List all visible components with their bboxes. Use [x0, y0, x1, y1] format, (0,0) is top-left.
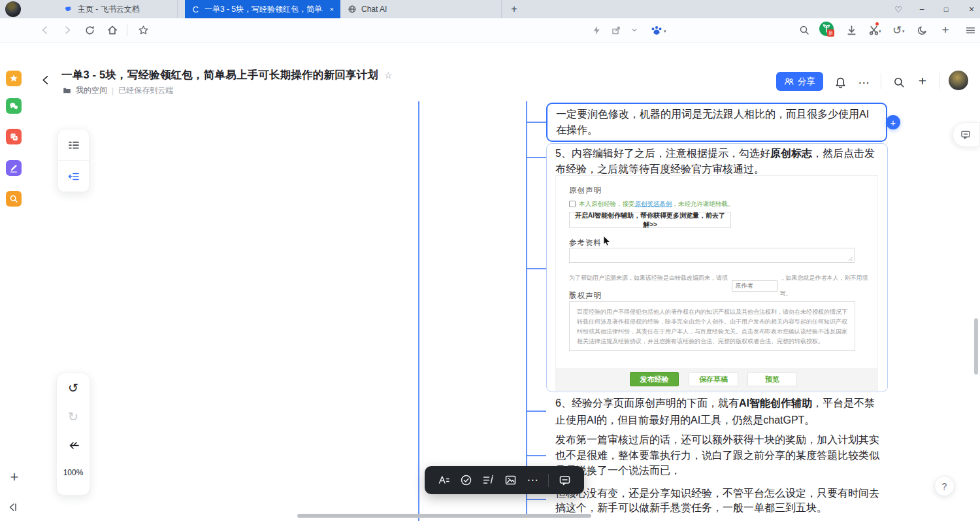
check-circle-icon: [460, 474, 472, 486]
share-button[interactable]: 分享: [776, 72, 823, 91]
doc-back-button[interactable]: [38, 72, 54, 88]
dock-notes-button[interactable]: [6, 160, 22, 176]
original-author-input[interactable]: [732, 280, 777, 292]
reference-textarea[interactable]: [569, 248, 855, 263]
toolbar-divider: [127, 24, 127, 36]
original-checkbox[interactable]: [569, 201, 576, 207]
task-check-button[interactable]: [455, 469, 477, 492]
block-tick: [527, 268, 546, 269]
translate-icon: A: [9, 132, 19, 142]
vertical-scrollbar[interactable]: [974, 318, 978, 375]
maximize-button[interactable]: □: [939, 2, 953, 16]
selected-paragraph-block[interactable]: 一定要润色修改，机器的用词是无法跟人相比的，而且很多少使用AI在操作。: [546, 103, 887, 142]
preview-button[interactable]: 预览: [747, 372, 797, 386]
undo-button[interactable]: ↺: [57, 373, 90, 402]
comment-bubble-icon: [960, 129, 971, 140]
heart-icon[interactable]: ♡: [891, 2, 906, 16]
find-in-page-icon[interactable]: [796, 22, 813, 39]
paragraph-8[interactable]: 但核心没有变，还是分享知识经验，不管平台怎么设定，只要有时间去搞这个，新手可以做…: [555, 486, 883, 515]
collapse-left-icon: [7, 501, 19, 513]
comment-icon: [559, 474, 571, 486]
download-icon[interactable]: [843, 22, 860, 39]
new-tab-button[interactable]: +: [507, 2, 521, 16]
favorite-star-icon[interactable]: ☆: [384, 70, 393, 80]
outline-toggle-button[interactable]: [58, 161, 89, 192]
user-avatar[interactable]: [949, 71, 968, 90]
breadcrumb: 我的空间 | 已经保存到云端: [63, 85, 173, 96]
extension-green-icon[interactable]: 新: [819, 22, 834, 36]
toolbar-divider: [548, 474, 549, 487]
step5-block[interactable]: 5、内容编辑好了之后，注意根据提示，勾选好原创标志，然后点击发布经验，之后就等待…: [546, 143, 888, 392]
share-button-label: 分享: [798, 76, 815, 88]
dock-translate-button[interactable]: A: [6, 129, 22, 144]
minimize-button[interactable]: –: [915, 2, 929, 16]
breadcrumb-divider: |: [112, 86, 114, 95]
paragraph-7[interactable]: 发布第一篇审核过后的话，还可以额外获得十块的奖励，加入计划其实也不是很难，整体要…: [555, 432, 883, 479]
redo-button[interactable]: ↻: [57, 402, 90, 431]
reward-rules-link[interactable]: 原创奖惩条例: [635, 200, 672, 207]
sidebar-add-button[interactable]: +: [7, 469, 22, 485]
text-style-button[interactable]: [433, 469, 455, 492]
save-draft-button[interactable]: 保存草稿: [689, 372, 738, 386]
star-icon: [9, 74, 18, 83]
close-window-button[interactable]: ×: [964, 2, 979, 16]
doc-favicon-icon: [191, 5, 200, 14]
undo-dropdown-caret[interactable]: ▾: [902, 29, 905, 34]
step6-paragraph[interactable]: 6、经验分享页面原创声明的下面，就有AI智能创作辅助，平台是不禁止使用AI的，但…: [555, 395, 883, 429]
more-actions-button[interactable]: ⋯: [856, 75, 872, 90]
help-button[interactable]: ?: [934, 476, 955, 496]
share-icon[interactable]: [608, 22, 625, 39]
dock-search-button[interactable]: [6, 191, 22, 207]
chevron-down-icon[interactable]: [626, 22, 643, 39]
image-icon: [504, 474, 517, 486]
ai-assist-button[interactable]: 开启AI智能创作辅助，帮你获得更多浏览量，前去了解>>: [569, 212, 731, 228]
create-new-button[interactable]: +: [915, 73, 930, 89]
notifications-button[interactable]: [832, 75, 848, 90]
dock-favorites-button[interactable]: [6, 71, 22, 86]
list-format-button[interactable]: [477, 469, 499, 492]
save-status: 已经保存到云端: [118, 85, 173, 96]
chat-bubbles-icon: [8, 101, 19, 111]
outline-panel: [57, 129, 90, 192]
close-tab-icon[interactable]: ×: [330, 5, 334, 13]
mouse-cursor-icon: [603, 236, 611, 247]
pen-icon: [9, 163, 18, 173]
new-badge: 新: [827, 29, 834, 37]
menu-icon[interactable]: [962, 22, 979, 39]
forward-button[interactable]: [59, 22, 76, 39]
publish-button[interactable]: 发布经验: [630, 372, 679, 386]
paw-dropdown-caret[interactable]: ▾: [664, 29, 666, 34]
add-icon[interactable]: +: [937, 22, 954, 39]
catalog-list-button[interactable]: [58, 129, 89, 161]
tab-home[interactable]: 主页 - 飞书云文档: [57, 0, 178, 18]
horizontal-scrollbar[interactable]: [297, 514, 591, 518]
breadcrumb-space[interactable]: 我的空间: [76, 85, 107, 96]
comment-button[interactable]: [553, 469, 576, 492]
fit-width-button[interactable]: [57, 431, 90, 460]
resize-handle-icon[interactable]: [848, 256, 853, 261]
search-icon: [893, 76, 905, 88]
tab-chat-ai[interactable]: Chat AI: [341, 0, 502, 18]
header-divider: [881, 73, 881, 89]
doc-search-button[interactable]: [891, 75, 907, 90]
tab-active-doc[interactable]: 一单3 - 5块，写经验领红包，简单易 ×: [185, 0, 340, 18]
block-tick: [527, 411, 546, 412]
bookmark-star-button[interactable]: [135, 22, 152, 39]
home-button[interactable]: [104, 22, 121, 39]
more-tools-button[interactable]: ⋯: [521, 469, 544, 492]
list-icon: [68, 139, 80, 151]
insert-image-button[interactable]: [499, 469, 521, 492]
refresh-button[interactable]: [81, 22, 98, 39]
back-button[interactable]: [37, 22, 54, 39]
dark-mode-moon-icon[interactable]: [913, 22, 930, 39]
tab-bar: 主页 - 飞书云文档 一单3 - 5块，写经验领红包，简单易 × Chat AI…: [0, 0, 980, 18]
collapse-sidebar-button[interactable]: [5, 499, 21, 515]
lightning-icon[interactable]: [588, 22, 605, 39]
baidu-paw-icon[interactable]: [648, 22, 665, 39]
dock-chat-button[interactable]: [6, 98, 22, 114]
scissors-dropdown-caret[interactable]: ▾: [879, 29, 881, 34]
zoom-level-label[interactable]: 100%: [57, 460, 90, 486]
add-block-button[interactable]: +: [886, 115, 900, 129]
browser-profile-avatar[interactable]: [5, 1, 21, 17]
comment-pill[interactable]: [953, 122, 980, 147]
